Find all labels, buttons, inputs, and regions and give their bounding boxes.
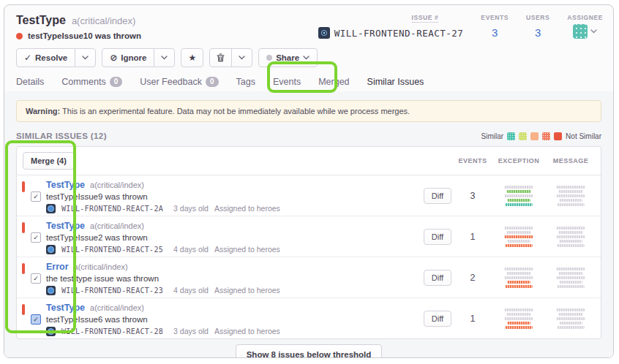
diff-button[interactable]: Diff [424, 188, 451, 204]
assignee-label: ASSIGNEE [567, 14, 603, 21]
events-label: EVENTS [481, 14, 509, 21]
chevron-down-icon [82, 56, 89, 60]
legend-swatch-less-similar [542, 132, 550, 140]
issue-age: 3 days old [173, 204, 209, 213]
share-dot-icon [266, 55, 272, 61]
diff-button[interactable]: Diff [424, 270, 451, 286]
message-similarity-bars [556, 227, 585, 247]
issue-culprit: a(critical/index) [90, 221, 144, 230]
issue-detail-card: TestType a(critical/index) testTypeIssue… [4, 4, 614, 358]
project-icon [46, 327, 56, 336]
issue-message: testTypeIssue6 was thrown [46, 315, 419, 324]
project-icon [318, 27, 330, 39]
issue-title-link[interactable]: Error [46, 262, 69, 272]
issue-title-link[interactable]: TestType [46, 180, 85, 190]
chevron-down-icon [161, 56, 168, 60]
diff-button[interactable]: Diff [424, 311, 451, 327]
issue-age: 3 days old [173, 327, 209, 335]
issue-title-link[interactable]: TestType [46, 303, 85, 313]
row-checkbox[interactable] [31, 232, 41, 243]
issue-age: 4 days old [173, 245, 209, 254]
issue-short-id: WILL-FRONTEND-REACT-2A [61, 205, 163, 213]
issue-culprit: a(critical/index) [74, 262, 128, 271]
issue-culprit: a(critical/index) [72, 15, 135, 26]
issue-culprit: a(critical/index) [90, 303, 144, 312]
action-toolbar: ✓ Resolve ⊘ Ignore ★ [4, 48, 613, 67]
row-events-count: 3 [456, 191, 489, 201]
column-header-message: MESSAGE [548, 157, 593, 164]
assignee-avatar [573, 24, 588, 39]
row-checkbox[interactable] [31, 273, 41, 284]
legend-swatch-medium [530, 132, 539, 140]
ignore-dropdown-button[interactable] [154, 48, 175, 67]
legend-not-similar-label: Not Similar [566, 132, 601, 140]
exception-similarity-bars [504, 186, 533, 206]
resolve-button[interactable]: ✓ Resolve [16, 48, 75, 67]
issue-message: testTypeIssue9 was thrown [46, 192, 419, 201]
mute-icon: ⊘ [110, 53, 117, 62]
chevron-down-icon [303, 56, 310, 60]
similar-issues-table: Merge (4) EVENTS EXCEPTION MESSAGE TestT… [16, 146, 601, 339]
similar-issue-row: TestTypea(critical/index) testTypeIssue6… [17, 298, 601, 338]
message-similarity-bars [556, 186, 585, 206]
issue-assignee: Assigned to heroes [214, 286, 280, 295]
issue-short-id: WILL-FRONTEND-REACT-25 [61, 246, 163, 254]
issue-short-id: WILL-FRONTEND-REACT-27 [334, 28, 464, 39]
comments-count-badge: 0 [110, 77, 123, 87]
row-events-count: 1 [456, 314, 489, 324]
similar-issue-row: TestTypea(critical/index) testTypeIssue2… [17, 216, 601, 257]
legend-similar-label: Similar [481, 132, 504, 140]
merge-button[interactable]: Merge (4) [23, 152, 75, 170]
chevron-down-icon [239, 56, 245, 60]
show-more-issues-button[interactable]: Show 8 issues below threshold [236, 344, 383, 358]
ignore-button[interactable]: ⊘ Ignore [102, 48, 154, 67]
message-similarity-bars [556, 268, 585, 288]
issue-subtitle: testTypeIssue10 was thrown [28, 31, 141, 40]
trash-icon [217, 53, 225, 62]
issue-message: the test type issue was thrown [46, 274, 419, 283]
project-icon [46, 286, 56, 295]
exception-similarity-bars [504, 268, 533, 288]
users-label: USERS [526, 14, 549, 21]
issue-culprit: a(critical/index) [90, 181, 144, 189]
diff-button[interactable]: Diff [424, 229, 451, 245]
similar-issue-row: TestTypea(critical/index) testTypeIssue9… [17, 175, 601, 216]
project-icon [46, 204, 56, 213]
issue-assignee: Assigned to heroes [214, 327, 280, 335]
users-count-link[interactable]: 3 [535, 26, 541, 39]
similar-issues-panel: Warning: This is an experimental feature… [4, 91, 613, 357]
issue-number-label: ISSUE # [412, 14, 439, 23]
issue-header: TestType a(critical/index) testTypeIssue… [4, 5, 613, 40]
events-count-link[interactable]: 3 [492, 26, 498, 39]
issue-short-id: WILL-FRONTEND-REACT-28 [61, 327, 163, 335]
section-title: SIMILAR ISSUES (12) [16, 132, 107, 140]
similarity-legend: Similar Not Similar [481, 132, 601, 140]
column-header-events: EVENTS [456, 157, 489, 164]
row-events-count: 1 [456, 232, 489, 242]
project-icon [46, 245, 56, 254]
chevron-down-icon [590, 29, 597, 34]
issue-age: 4 days old [173, 286, 209, 295]
column-header-exception: EXCEPTION [489, 157, 548, 164]
star-icon: ★ [188, 53, 196, 62]
feedback-count-badge: 0 [206, 77, 219, 87]
issue-assignee: Assigned to heroes [214, 204, 280, 213]
error-level-bar-icon [22, 304, 25, 315]
delete-dropdown-button[interactable] [231, 48, 252, 67]
assignee-selector[interactable] [573, 24, 597, 39]
legend-swatch-most-similar [507, 132, 515, 140]
message-similarity-bars [556, 308, 585, 329]
delete-button[interactable] [209, 48, 232, 67]
share-button[interactable]: Share [258, 48, 318, 67]
legend-swatch-similar [519, 132, 527, 140]
bookmark-star-button[interactable]: ★ [181, 48, 203, 67]
header-stats: ISSUE # WILL-FRONTEND-REACT-27 EVENTS 3 … [318, 14, 603, 39]
issue-title-link[interactable]: TestType [46, 221, 85, 231]
legend-swatch-not-similar [554, 132, 562, 140]
row-checkbox[interactable] [31, 192, 41, 202]
similar-issue-row: Errora(critical/index) the test type iss… [17, 257, 601, 298]
row-checkbox[interactable] [31, 314, 41, 325]
resolve-dropdown-button[interactable] [75, 48, 96, 67]
error-level-bar-icon [22, 181, 25, 192]
exception-similarity-bars [504, 227, 533, 247]
